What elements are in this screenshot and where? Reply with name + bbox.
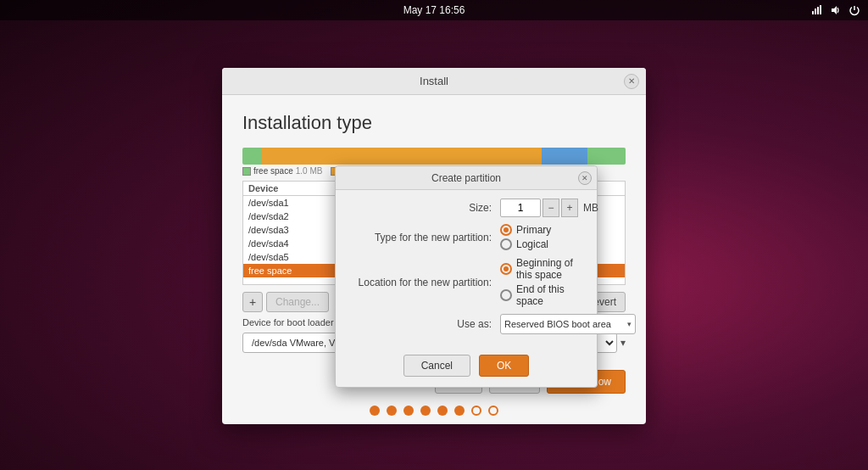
page-title: Installation type — [242, 112, 626, 134]
radio-beginning-label: Beginning of this space — [516, 257, 585, 281]
plabel-free1: free space 1.0 MB — [242, 166, 322, 176]
use-as-select[interactable]: Ext4 journaling file system Ext3 journal… — [500, 314, 636, 334]
radio-logical-label: Logical — [516, 238, 548, 250]
partition-bar — [242, 148, 626, 165]
pagination-dot-1[interactable] — [370, 406, 380, 416]
top-panel: May 17 16:56 — [0, 0, 868, 20]
size-row: Size: − + MB — [348, 199, 585, 217]
location-label: Location for the new partition: — [348, 277, 492, 288]
window-close-button[interactable]: ✕ — [624, 74, 639, 89]
partition-bar-sda2 — [338, 148, 407, 165]
use-as-row: Use as: Ext4 journaling file system Ext3… — [348, 314, 585, 334]
pagination-dot-7[interactable] — [471, 406, 481, 416]
location-radio-group: Beginning of this space End of this spac… — [500, 257, 585, 307]
window-titlebar: Install ✕ — [222, 68, 646, 95]
pagination — [222, 406, 646, 424]
dialog-titlebar: Create partition ✕ — [336, 166, 597, 190]
pagination-dot-6[interactable] — [454, 406, 465, 416]
dialog-title: Create partition — [431, 172, 501, 184]
radio-primary-circle — [500, 224, 512, 236]
partition-type-radio-group: Primary Logical — [500, 224, 551, 250]
dialog-body: Size: − + MB Type for the new partition:… — [336, 190, 597, 350]
use-as-select-wrapper: Ext4 journaling file system Ext3 journal… — [500, 314, 636, 334]
partition-type-label: Type for the new partition: — [348, 232, 492, 243]
volume-icon[interactable] — [829, 3, 843, 17]
bootloader-dropdown-arrow: ▾ — [620, 337, 626, 349]
svg-rect-1 — [815, 8, 816, 14]
plabel-size-free1: 1.0 MB — [296, 166, 323, 176]
partition-bar-free1 — [242, 148, 262, 165]
svg-rect-3 — [820, 5, 821, 14]
partition-type-row: Type for the new partition: Primary Logi… — [348, 224, 585, 250]
dialog-close-button[interactable]: ✕ — [578, 171, 592, 185]
radio-primary-label: Primary — [516, 224, 551, 236]
radio-end-label: End of this space — [516, 283, 585, 307]
radio-beginning[interactable]: Beginning of this space — [500, 257, 585, 281]
radio-end-circle — [500, 289, 512, 301]
size-control: − + MB — [500, 199, 598, 217]
window-title: Install — [420, 75, 448, 87]
pagination-dot-4[interactable] — [420, 406, 431, 416]
create-partition-dialog: Create partition ✕ Size: − + MB Type for… — [335, 165, 598, 388]
dialog-footer: Cancel OK — [336, 350, 597, 387]
ok-button[interactable]: OK — [479, 355, 529, 377]
svg-marker-4 — [832, 6, 837, 14]
network-icon[interactable] — [810, 3, 824, 17]
use-as-label: Use as: — [348, 318, 492, 330]
partition-bar-free2 — [587, 148, 626, 165]
svg-rect-0 — [812, 11, 814, 14]
add-partition-button[interactable]: + — [242, 292, 263, 312]
pagination-dot-3[interactable] — [403, 406, 414, 416]
radio-end[interactable]: End of this space — [500, 283, 585, 307]
pagination-dot-8[interactable] — [488, 406, 498, 416]
radio-logical-circle — [500, 238, 512, 250]
location-row: Location for the new partition: Beginnin… — [348, 257, 585, 307]
size-unit: MB — [583, 202, 598, 214]
radio-beginning-circle — [500, 263, 512, 275]
svg-rect-2 — [817, 7, 819, 14]
change-button[interactable]: Change... — [266, 292, 329, 312]
plabel-check-free1 — [242, 167, 251, 176]
clock: May 17 16:56 — [403, 4, 465, 16]
size-increment-button[interactable]: + — [561, 199, 578, 217]
partition-bar-sda4 — [542, 148, 587, 165]
size-input[interactable] — [500, 199, 541, 217]
partition-bar-sda3 — [407, 148, 541, 165]
radio-logical[interactable]: Logical — [500, 238, 551, 250]
radio-primary[interactable]: Primary — [500, 224, 551, 236]
power-icon[interactable] — [848, 3, 861, 17]
panel-right-icons — [810, 3, 861, 17]
size-decrement-button[interactable]: − — [542, 199, 559, 217]
pagination-dot-2[interactable] — [387, 406, 397, 416]
pagination-dot-5[interactable] — [437, 406, 448, 416]
cancel-button[interactable]: Cancel — [403, 355, 470, 377]
partition-bar-sda1 — [262, 148, 338, 165]
size-label: Size: — [348, 202, 492, 214]
plabel-text-free1: free space — [253, 166, 293, 176]
